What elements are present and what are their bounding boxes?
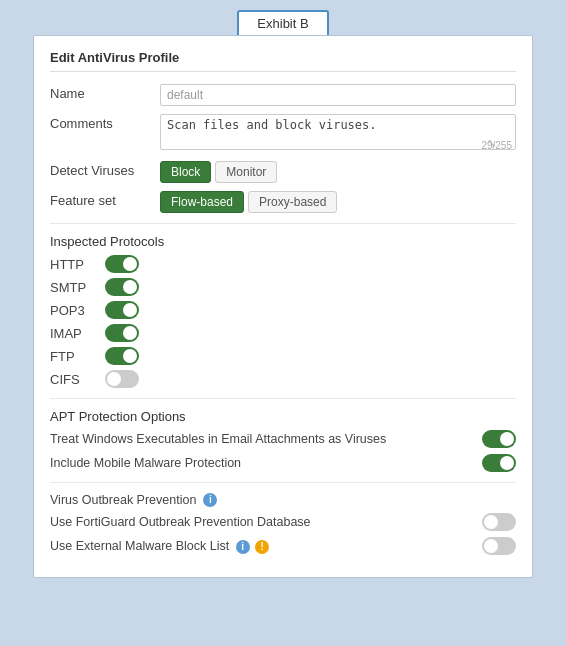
- protocol-toggle-smtp[interactable]: [105, 278, 139, 296]
- toggle-track-cifs[interactable]: [105, 370, 139, 388]
- apt-label-0: Treat Windows Executables in Email Attac…: [50, 432, 482, 446]
- divider-2: [50, 398, 516, 399]
- protocol-toggle-http[interactable]: [105, 255, 139, 273]
- virus-outbreak-row: Virus Outbreak Prevention i: [50, 493, 516, 507]
- toggle-thumb-imap: [123, 326, 137, 340]
- toggle-thumb-smtp: [123, 280, 137, 294]
- protocol-label-http: HTTP: [50, 257, 105, 272]
- protocol-row-imap: IMAP: [50, 324, 516, 342]
- apt-row-0: Treat Windows Executables in Email Attac…: [50, 430, 516, 448]
- apt-toggle-0[interactable]: [482, 430, 516, 448]
- toggle-track-imap[interactable]: [105, 324, 139, 342]
- protocol-label-ftp: FTP: [50, 349, 105, 364]
- external-malware-info-icon[interactable]: i: [236, 540, 250, 554]
- detect-viruses-btn-group: Block Monitor: [160, 161, 277, 183]
- feature-proxy-btn[interactable]: Proxy-based: [248, 191, 337, 213]
- apt-toggle-1[interactable]: [482, 454, 516, 472]
- external-malware-toggle-thumb: [484, 539, 498, 553]
- apt-container: Treat Windows Executables in Email Attac…: [50, 430, 516, 472]
- name-row: Name: [50, 84, 516, 106]
- page-wrapper: Exhibit B Edit AntiVirus Profile Name Co…: [0, 0, 566, 646]
- fortiguard-toggle[interactable]: [482, 513, 516, 531]
- external-malware-toggle-track[interactable]: [482, 537, 516, 555]
- apt-row-1: Include Mobile Malware Protection: [50, 454, 516, 472]
- apt-toggle-thumb-0: [500, 432, 514, 446]
- name-label: Name: [50, 84, 160, 101]
- toggle-track-http[interactable]: [105, 255, 139, 273]
- fortiguard-toggle-thumb: [484, 515, 498, 529]
- card-title: Edit AntiVirus Profile: [50, 50, 516, 72]
- comments-row: Comments Scan files and block viruses. ⤡…: [50, 114, 516, 153]
- exhibit-tab[interactable]: Exhibit B: [237, 10, 328, 35]
- virus-outbreak-info-icon[interactable]: i: [203, 493, 217, 507]
- protocol-row-pop3: POP3: [50, 301, 516, 319]
- toggle-thumb-cifs: [107, 372, 121, 386]
- fortiguard-label: Use FortiGuard Outbreak Prevention Datab…: [50, 515, 482, 529]
- protocol-row-smtp: SMTP: [50, 278, 516, 296]
- toggle-track-pop3[interactable]: [105, 301, 139, 319]
- feature-set-row: Feature set Flow-based Proxy-based: [50, 191, 516, 213]
- protocol-label-imap: IMAP: [50, 326, 105, 341]
- apt-toggle-track-0[interactable]: [482, 430, 516, 448]
- detect-viruses-row: Detect Viruses Block Monitor: [50, 161, 516, 183]
- external-malware-row: Use External Malware Block List i !: [50, 537, 516, 555]
- toggle-thumb-pop3: [123, 303, 137, 317]
- virus-outbreak-label: Virus Outbreak Prevention: [50, 493, 196, 507]
- external-malware-toggle[interactable]: [482, 537, 516, 555]
- protocols-container: HTTPSMTPPOP3IMAPFTPCIFS: [50, 255, 516, 388]
- detect-block-btn[interactable]: Block: [160, 161, 211, 183]
- divider-1: [50, 223, 516, 224]
- apt-label-1: Include Mobile Malware Protection: [50, 456, 482, 470]
- protocol-toggle-ftp[interactable]: [105, 347, 139, 365]
- protocol-label-smtp: SMTP: [50, 280, 105, 295]
- comments-textarea[interactable]: Scan files and block viruses.: [160, 114, 516, 150]
- fortiguard-row: Use FortiGuard Outbreak Prevention Datab…: [50, 513, 516, 531]
- protocol-toggle-imap[interactable]: [105, 324, 139, 342]
- apt-header: APT Protection Options: [50, 409, 516, 424]
- protocol-toggle-cifs[interactable]: [105, 370, 139, 388]
- feature-set-label: Feature set: [50, 191, 160, 208]
- external-malware-warn-icon[interactable]: !: [255, 540, 269, 554]
- detect-monitor-btn[interactable]: Monitor: [215, 161, 277, 183]
- external-malware-label: Use External Malware Block List i !: [50, 539, 482, 554]
- toggle-track-smtp[interactable]: [105, 278, 139, 296]
- apt-toggle-thumb-1: [500, 456, 514, 470]
- toggle-thumb-http: [123, 257, 137, 271]
- name-value-wrapper: [160, 84, 516, 106]
- toggle-track-ftp[interactable]: [105, 347, 139, 365]
- toggle-thumb-ftp: [123, 349, 137, 363]
- feature-set-btn-group: Flow-based Proxy-based: [160, 191, 337, 213]
- protocol-row-ftp: FTP: [50, 347, 516, 365]
- protocol-row-cifs: CIFS: [50, 370, 516, 388]
- external-malware-label-text: Use External Malware Block List: [50, 539, 229, 553]
- comments-label: Comments: [50, 114, 160, 131]
- apt-toggle-track-1[interactable]: [482, 454, 516, 472]
- comments-wrapper: Scan files and block viruses. ⤡ 29/255: [160, 114, 516, 153]
- protocol-row-http: HTTP: [50, 255, 516, 273]
- protocol-label-pop3: POP3: [50, 303, 105, 318]
- protocol-toggle-pop3[interactable]: [105, 301, 139, 319]
- char-count: 29/255: [481, 140, 512, 151]
- inspected-protocols-header: Inspected Protocols: [50, 234, 516, 249]
- name-input[interactable]: [160, 84, 516, 106]
- edit-antivirus-card: Edit AntiVirus Profile Name Comments Sca…: [33, 35, 533, 578]
- feature-flow-btn[interactable]: Flow-based: [160, 191, 244, 213]
- divider-3: [50, 482, 516, 483]
- fortiguard-toggle-track[interactable]: [482, 513, 516, 531]
- detect-viruses-label: Detect Viruses: [50, 161, 160, 178]
- protocol-label-cifs: CIFS: [50, 372, 105, 387]
